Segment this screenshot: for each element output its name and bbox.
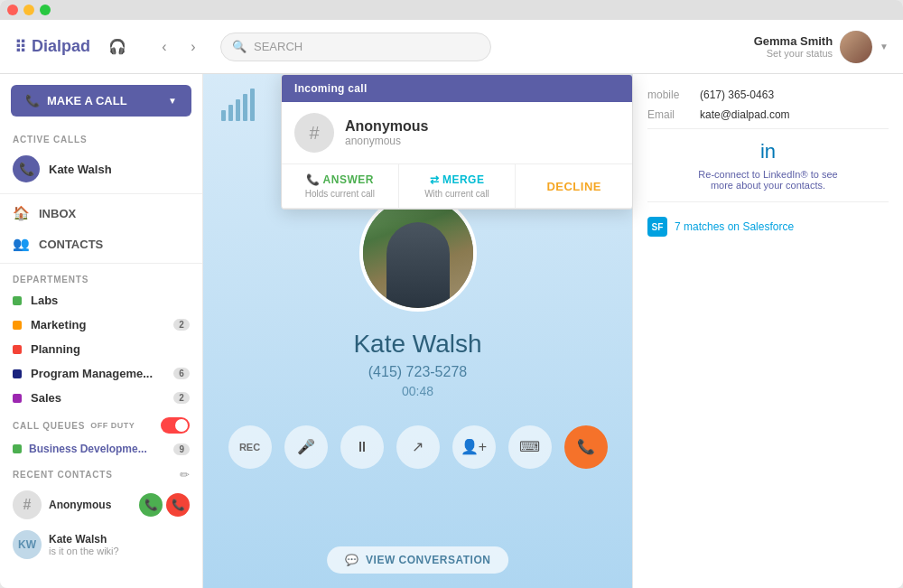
sidebar-item-inbox[interactable]: 🏠 INBOX — [0, 198, 202, 229]
anon-caller-sub: anonymous — [345, 135, 428, 147]
cq-dot — [13, 444, 22, 453]
contacts-label: CONTACTS — [39, 238, 103, 251]
make-call-button[interactable]: 📞 MAKE A CALL ▼ — [11, 85, 191, 117]
merge-button[interactable]: ⇄ MERGE With current call — [399, 164, 517, 208]
dept-dot-planning — [13, 345, 22, 354]
signal-bars — [221, 89, 255, 121]
anon-caller-info: Anonymous anonymous — [345, 118, 428, 147]
contact-info-kate: Kate Walsh is it on the wiki? — [49, 533, 190, 556]
headset-icon[interactable]: 🎧 — [105, 34, 130, 60]
merge-sub-label: With current call — [424, 189, 489, 199]
off-duty-toggle[interactable] — [161, 417, 190, 434]
maximize-dot[interactable] — [40, 5, 51, 15]
minimize-dot[interactable] — [23, 5, 34, 15]
inbox-icon: 🏠 — [13, 205, 30, 221]
user-menu-chevron[interactable]: ▼ — [880, 42, 889, 51]
view-conv-label: VIEW CONVERSATION — [366, 554, 490, 566]
dept-name-program: Program Manageme... — [31, 367, 153, 380]
divider-1 — [0, 193, 202, 194]
mute-button[interactable]: 🎤 — [284, 425, 328, 469]
search-placeholder: SEARCH — [254, 40, 303, 53]
sidebar-item-contacts[interactable]: 👥 CONTACTS — [0, 229, 202, 259]
contact-name-kate: Kate Walsh — [49, 533, 190, 546]
bar-2 — [228, 105, 233, 121]
call-person-name: Kate Walsh — [353, 330, 481, 359]
back-button[interactable]: ‹ — [152, 34, 177, 60]
user-info: Gemma Smith Set your status — [754, 34, 833, 59]
incoming-call-actions: 📞 ANSWER Holds current call ⇄ MERGE With… — [282, 164, 632, 209]
salesforce-icon: SF — [647, 217, 667, 237]
dialpad-button[interactable]: ⌨ — [508, 425, 552, 469]
call-timer: 00:48 — [402, 384, 433, 398]
call-controls: REC 🎤 ⏸ ↗ 👤+ ⌨ 📞 — [228, 425, 608, 469]
search-bar[interactable]: 🔍 SEARCH — [220, 33, 491, 61]
contact-name-anon: Anonymous — [49, 499, 132, 511]
search-icon: 🔍 — [232, 40, 247, 53]
active-call-name: Kate Walsh — [49, 163, 112, 176]
close-dot[interactable] — [7, 5, 18, 15]
call-photo-inner — [363, 198, 473, 308]
forward-button[interactable]: › — [181, 34, 206, 60]
call-contact-photo — [359, 194, 477, 312]
dept-planning[interactable]: Planning — [0, 337, 202, 361]
dept-program-mgmt[interactable]: Program Manageme... 6 — [0, 361, 202, 386]
dept-name-labs: Labs — [31, 294, 58, 307]
cq-badge: 9 — [173, 443, 190, 455]
bar-5 — [250, 89, 255, 121]
call-queues-label: CALL QUEUES — [13, 421, 85, 431]
recent-contacts-label: RECENT CONTACTS — [13, 470, 113, 480]
active-call-item[interactable]: 📞 Kate Walsh — [0, 148, 202, 190]
hangup-button[interactable]: 📞 — [564, 425, 608, 469]
contact-kate[interactable]: KW Kate Walsh is it on the wiki? — [0, 525, 202, 565]
view-conversation-button[interactable]: 💬 VIEW CONVERSATION — [327, 546, 509, 574]
make-call-label: MAKE A CALL — [47, 94, 127, 107]
transfer-button[interactable]: ↗ — [396, 425, 440, 469]
contact-anonymous[interactable]: # Anonymous 📞 📞 — [0, 485, 202, 525]
sidebar: 📞 MAKE A CALL ▼ ACTIVE CALLS 📞 Kate Wals… — [0, 74, 203, 588]
record-button[interactable]: REC — [228, 425, 272, 469]
mobile-row: mobile (617) 365-0463 — [647, 89, 889, 101]
header-right: Gemma Smith Set your status ▼ — [754, 31, 889, 63]
salesforce-row[interactable]: SF 7 matches on Salesforce — [647, 210, 889, 244]
logo: ⠿ Dialpad — [14, 37, 90, 57]
decline-button[interactable]: DECLINE — [516, 164, 632, 208]
dept-sales[interactable]: Sales 2 — [0, 386, 202, 410]
mobile-value: (617) 365-0463 — [700, 89, 774, 101]
dept-badge-sales: 2 — [173, 392, 190, 404]
contact-call-btn-anon[interactable]: 📞 — [139, 493, 163, 517]
contact-avatar-anon: # — [13, 490, 42, 519]
salesforce-text: 7 matches on Salesforce — [675, 220, 794, 233]
dept-dot-labs — [13, 296, 22, 305]
answer-button[interactable]: 📞 ANSWER Holds current call — [282, 164, 399, 208]
linkedin-section: in Re-connect to LinkedIn® to seemore ab… — [647, 128, 889, 202]
cq-business-dev[interactable]: Business Developme... 9 — [0, 437, 202, 461]
dept-name-marketing: Marketing — [31, 318, 86, 331]
email-row: Email kate@dialpad.com — [647, 108, 889, 121]
app-window: ⠿ Dialpad 🎧 ‹ › 🔍 SEARCH Gemma Smith Set… — [0, 0, 903, 588]
nav-controls: ‹ › — [152, 34, 206, 60]
compose-icon[interactable]: ✏ — [180, 468, 190, 481]
user-avatar[interactable] — [840, 31, 872, 63]
divider-2 — [0, 263, 202, 264]
add-call-button[interactable]: 👤+ — [452, 425, 496, 469]
contact-msg-btn-anon[interactable]: 📞 — [166, 493, 190, 517]
user-status: Set your status — [754, 48, 833, 59]
app-body: ⠿ Dialpad 🎧 ‹ › 🔍 SEARCH Gemma Smith Set… — [0, 20, 903, 588]
phone-icon: 📞 — [25, 94, 40, 107]
dept-marketing[interactable]: Marketing 2 — [0, 313, 202, 337]
incoming-call-body: # Anonymous anonymous — [282, 102, 632, 164]
titlebar — [0, 0, 903, 20]
linkedin-text: Re-connect to LinkedIn® to seemore about… — [647, 169, 889, 191]
call-person-number: (415) 723-5278 — [368, 364, 467, 380]
dropdown-arrow: ▼ — [168, 96, 177, 106]
right-panel: Incoming call # Anonymous anonymous 📞 AN… — [632, 74, 903, 588]
header: ⠿ Dialpad 🎧 ‹ › 🔍 SEARCH Gemma Smith Set… — [0, 20, 903, 74]
call-queues-row: CALL QUEUES OFF DUTY — [0, 410, 202, 437]
answer-icon: 📞 ANSWER — [306, 173, 374, 186]
contact-info-panel: mobile (617) 365-0463 Email kate@dialpad… — [633, 74, 903, 588]
avatar-image — [840, 31, 872, 63]
dept-labs[interactable]: Labs — [0, 288, 202, 313]
recent-contacts-row: RECENT CONTACTS ✏ — [0, 461, 202, 485]
hold-button[interactable]: ⏸ — [340, 425, 384, 469]
anon-caller-avatar: # — [294, 113, 334, 153]
